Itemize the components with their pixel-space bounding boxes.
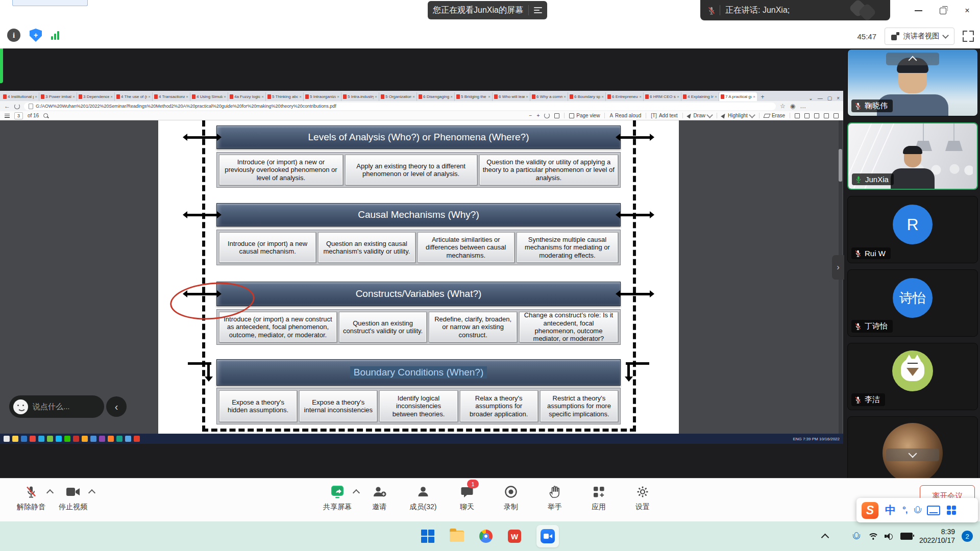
pdf-tool-highlight[interactable]: Highlight — [722, 113, 754, 118]
browser-tab[interactable]: 6 Why a commit× — [530, 92, 568, 101]
tab-close-icon[interactable]: × — [224, 94, 226, 99]
pdf-tool-read-aloud[interactable]: ARead aloud — [609, 113, 641, 118]
tab-close-icon[interactable]: × — [526, 94, 528, 99]
wifi-icon[interactable] — [869, 533, 878, 540]
presenter-app-icon[interactable] — [90, 436, 96, 442]
sidebar-scroll-down-chevron[interactable] — [886, 448, 939, 461]
reload-icon[interactable] — [14, 104, 20, 109]
pdf-fit-page-icon[interactable] — [554, 113, 559, 118]
pdf-rotate-icon[interactable] — [544, 113, 550, 118]
tab-close-icon[interactable]: × — [261, 94, 264, 99]
pdf-zoom-out-icon[interactable]: − — [529, 113, 532, 118]
toolbar-members-button[interactable]: 成员(32) — [401, 483, 445, 512]
meeting-info-icon[interactable]: i — [7, 29, 20, 42]
tab-close-icon[interactable]: × — [148, 94, 151, 99]
tab-close-icon[interactable]: × — [72, 94, 75, 99]
view-mode-selector[interactable]: 演讲者视图 — [885, 28, 954, 45]
tab-close-icon[interactable]: × — [110, 94, 113, 99]
browser-tab[interactable]: 5 Thinking abou× — [266, 92, 304, 101]
more-menu-icon[interactable]: … — [800, 103, 806, 109]
pdf-settings-icon[interactable] — [834, 113, 839, 118]
pdf-save-icon[interactable] — [795, 113, 800, 118]
presenter-app-icon[interactable] — [38, 436, 44, 442]
browser-tab[interactable]: 5 Intra-industry× — [341, 92, 379, 101]
chat-input-pill[interactable]: 说点什么... — [9, 395, 104, 418]
banner-options-icon[interactable] — [534, 7, 542, 13]
browser-tab[interactable]: 4a Fuzzy logic a× — [228, 92, 266, 101]
pdf-zoom-in-icon[interactable]: + — [536, 113, 540, 118]
tab-close-icon[interactable]: × — [186, 94, 188, 99]
browser-tab[interactable]: 5 Bridging the in× — [455, 92, 493, 101]
minimize-button[interactable] — [906, 0, 930, 21]
back-icon[interactable]: ← — [4, 103, 10, 109]
tray-overflow-chevron[interactable] — [821, 533, 829, 541]
toolbar-chat-button[interactable]: 1聊天 — [445, 483, 489, 512]
presenter-app-icon[interactable] — [56, 436, 62, 442]
presenter-app-icon[interactable] — [73, 436, 79, 442]
pdf-expand-icon[interactable] — [824, 113, 829, 118]
browser-tab[interactable]: 6 Boundary span× — [568, 92, 606, 101]
browser-tab[interactable]: 4 Using Simulati× — [190, 92, 228, 101]
participant-tile[interactable] — [847, 416, 978, 478]
ime-keyboard-icon[interactable] — [927, 506, 940, 515]
presenter-app-icon[interactable] — [47, 436, 53, 442]
pdf-tool-add-text[interactable]: [T]Add text — [651, 113, 677, 118]
ime-toolbox-icon[interactable] — [947, 506, 956, 515]
tab-close-icon[interactable]: × — [412, 94, 415, 99]
restore-button[interactable] — [930, 0, 955, 21]
browser-tab[interactable]: 4 Transactional l× — [153, 92, 190, 101]
tab-close-icon[interactable]: × — [715, 94, 717, 99]
presenter-app-icon[interactable] — [99, 436, 105, 442]
pdf-tool-page-view[interactable]: Page view — [569, 113, 600, 118]
tab-close-icon[interactable]: × — [450, 94, 453, 99]
battery-icon[interactable] — [900, 533, 913, 540]
participant-tile[interactable]: RRui W — [847, 196, 978, 263]
toolbar-record-button[interactable]: 录制 — [489, 483, 533, 512]
fullscreen-icon[interactable] — [963, 31, 974, 42]
close-button[interactable]: × — [955, 0, 979, 21]
pdf-share-icon[interactable] — [814, 113, 819, 118]
new-tab-button[interactable]: + — [759, 94, 766, 101]
page-number-input[interactable]: 3 — [14, 112, 23, 119]
pdf-tool-draw[interactable]: Draw — [688, 113, 712, 118]
browser-minimize-icon[interactable]: — — [818, 95, 823, 101]
toolbar-apps-button[interactable]: 应用 — [577, 483, 621, 512]
chrome-icon[interactable] — [479, 530, 493, 543]
browser-tab[interactable]: 6 HRM CEO succ× — [644, 92, 681, 101]
browser-tab[interactable]: 6 Who will learn× — [493, 92, 530, 101]
presenter-app-icon[interactable] — [134, 436, 140, 442]
browser-tab[interactable]: 6 Disengaging fr× — [417, 92, 455, 101]
toolbar-raise-hand-button[interactable]: 举手 — [533, 483, 577, 512]
presenter-app-icon[interactable] — [21, 436, 27, 442]
tab-close-icon[interactable]: × — [601, 94, 604, 99]
tab-close-icon[interactable]: × — [753, 94, 755, 99]
file-explorer-icon[interactable] — [450, 531, 464, 542]
participant-tile[interactable]: 诗怡丁诗怡 — [847, 269, 978, 337]
sogou-logo-icon[interactable]: S — [862, 502, 878, 519]
chat-collapse-chevron[interactable]: ‹ — [106, 396, 127, 417]
tab-close-icon[interactable]: × — [337, 94, 339, 99]
browser-tab[interactable]: 7 A practical gui× — [719, 92, 757, 101]
pdf-tool-erase[interactable]: Erase — [764, 113, 785, 118]
stop-video-options-chevron[interactable] — [87, 483, 97, 500]
address-bar[interactable]: G:/AOW%20Wuhan%201/2022%20Seminar/Readin… — [24, 103, 776, 110]
volume-icon[interactable] — [885, 533, 894, 540]
taskbar-clock[interactable]: 8:39 2022/10/17 — [919, 528, 955, 545]
wps-icon[interactable]: W — [508, 530, 521, 543]
presenter-app-icon[interactable] — [116, 436, 122, 442]
meeting-security-shield-icon[interactable]: + — [30, 29, 42, 42]
participant-tile[interactable]: JunXia — [847, 122, 978, 190]
presenter-app-icon[interactable] — [82, 436, 88, 442]
mic-in-use-icon[interactable] — [853, 532, 859, 541]
toolbar-settings-button[interactable]: 设置 — [621, 483, 665, 512]
ime-punctuation-mode[interactable]: °, — [902, 505, 908, 515]
participant-tile[interactable]: 李洁 — [847, 343, 978, 410]
tab-close-icon[interactable]: × — [35, 94, 37, 99]
profile-icon[interactable]: ◉ — [790, 103, 795, 109]
browser-tab[interactable]: 3 Dependence a× — [77, 92, 115, 101]
participant-tile[interactable]: 鞠晓伟 — [847, 49, 978, 116]
browser-tab[interactable]: 5 Intraorganizati× — [304, 92, 341, 101]
sidebar-collapse-handle[interactable]: › — [832, 255, 844, 280]
tab-search-icon[interactable]: ⌄ — [808, 95, 813, 101]
ime-voice-icon[interactable] — [914, 506, 920, 515]
